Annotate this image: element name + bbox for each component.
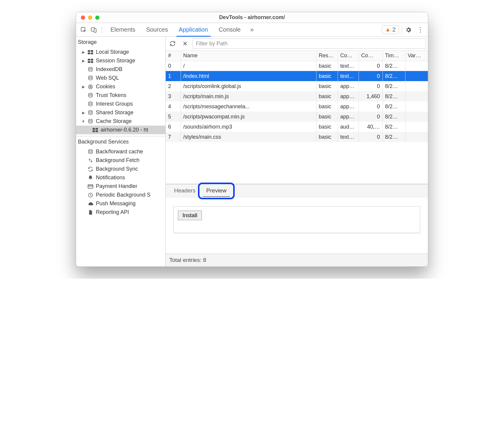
column-header[interactable]: Co… xyxy=(359,51,382,61)
sidebar-item-interest-groups[interactable]: Interest Groups xyxy=(76,100,165,108)
sidebar-item-label: Periodic Background S xyxy=(96,192,150,198)
tab-console[interactable]: Console xyxy=(213,23,246,36)
sidebar-item-airhorner-0-6-20-ht[interactable]: airhorner-0.6.20 - ht xyxy=(76,126,165,134)
minimize-window-button[interactable] xyxy=(88,16,92,20)
chevron-right-icon[interactable]: ▶ xyxy=(82,50,85,54)
svg-rect-10 xyxy=(91,61,93,63)
table-row[interactable]: 3/scripts/main.min.jsbasicapp…1,4608/2… xyxy=(166,91,428,101)
column-header[interactable]: Tim… xyxy=(382,51,405,61)
warnings-indicator[interactable]: ▲ 2 xyxy=(382,25,399,34)
table-cell xyxy=(405,91,428,101)
column-header[interactable]: Name xyxy=(181,51,316,61)
table-cell: text… xyxy=(338,71,359,81)
filter-input[interactable] xyxy=(193,38,426,49)
chevron-right-icon[interactable]: ▶ xyxy=(82,111,85,115)
table-cell: 5 xyxy=(166,112,181,122)
sidebar-item-web-sql[interactable]: Web SQL xyxy=(76,74,165,82)
sidebar-item-payment-handler[interactable]: Payment Handler xyxy=(76,182,165,191)
settings-icon[interactable] xyxy=(405,27,415,33)
sidebar-item-session-storage[interactable]: ▶Session Storage xyxy=(76,56,165,65)
sidebar-item-cookies[interactable]: ▶Cookies xyxy=(76,82,165,91)
detail-tab-headers[interactable]: Headers xyxy=(169,184,201,197)
sidebar-item-reporting-api[interactable]: Reporting API xyxy=(76,208,165,217)
window-title: DevTools - airhorner.com/ xyxy=(76,14,428,21)
svg-rect-9 xyxy=(88,61,90,63)
install-button[interactable]: Install xyxy=(178,211,202,220)
table-cell xyxy=(405,101,428,112)
table-row[interactable]: 4/scripts/messagechannela...basicapp…08/… xyxy=(166,101,428,112)
svg-rect-4 xyxy=(91,50,93,52)
column-header[interactable]: Var… xyxy=(405,51,428,61)
sidebar-item-label: Payment Handler xyxy=(96,183,137,189)
svg-rect-3 xyxy=(88,50,90,52)
sidebar-item-cache-storage[interactable]: ▼Cache Storage xyxy=(76,117,165,126)
more-options-icon[interactable]: ⋮ xyxy=(415,26,425,34)
svg-point-17 xyxy=(90,87,90,88)
db-grid-icon xyxy=(87,50,93,54)
column-header[interactable]: # xyxy=(166,51,181,61)
doc-icon xyxy=(87,210,93,215)
sidebar-item-label: Web SQL xyxy=(96,75,119,81)
total-entries-label: Total entries: 8 xyxy=(169,257,206,263)
more-tabs-icon[interactable]: » xyxy=(246,26,258,34)
db-stack-icon xyxy=(87,75,93,81)
cache-table: #NameRes…Co…Co…Tim…Var… 0/basictext…08/2… xyxy=(166,51,428,184)
table-row[interactable]: 2/scripts/comlink.global.jsbasicapp…08/2… xyxy=(166,81,428,91)
table-cell: app… xyxy=(338,81,359,91)
svg-point-16 xyxy=(91,87,91,87)
chevron-right-icon[interactable]: ▶ xyxy=(82,85,85,89)
table-cell: /index.html xyxy=(181,71,316,81)
svg-rect-7 xyxy=(88,59,90,61)
cloud-icon xyxy=(87,201,93,206)
device-toolbar-icon[interactable] xyxy=(89,25,99,35)
tab-elements[interactable]: Elements xyxy=(105,23,141,36)
sidebar-item-shared-storage[interactable]: ▶Shared Storage xyxy=(76,108,165,117)
db-stack-icon xyxy=(87,119,93,124)
sidebar-item-local-storage[interactable]: ▶Local Storage xyxy=(76,48,165,56)
close-window-button[interactable] xyxy=(81,16,85,20)
detail-tab-preview[interactable]: Preview xyxy=(201,184,232,197)
sidebar-item-background-fetch[interactable]: Background Fetch xyxy=(76,156,165,165)
tab-sources[interactable]: Sources xyxy=(141,23,173,36)
chevron-down-icon[interactable]: ▼ xyxy=(82,119,85,124)
sidebar-item-trust-tokens[interactable]: Trust Tokens xyxy=(76,91,165,100)
svg-rect-24 xyxy=(93,130,95,132)
warning-icon: ▲ xyxy=(385,27,391,33)
table-cell: 7 xyxy=(166,132,181,142)
table-cell: 8/2… xyxy=(382,81,405,91)
sidebar-item-push-messaging[interactable]: Push Messaging xyxy=(76,199,165,208)
table-row[interactable]: 1/index.htmlbasictext…08/2… xyxy=(166,71,428,81)
sidebar-item-periodic-background-s[interactable]: Periodic Background S xyxy=(76,191,165,199)
sidebar-item-label: Cache Storage xyxy=(96,118,132,124)
sidebar-item-label: Session Storage xyxy=(96,58,135,64)
refresh-icon[interactable] xyxy=(168,39,178,48)
table-cell: 8/2… xyxy=(382,101,405,112)
sidebar-item-background-sync[interactable]: Background Sync xyxy=(76,165,165,173)
table-row[interactable]: 7/styles/main.cssbasictext…08/2… xyxy=(166,132,428,142)
sidebar-item-indexeddb[interactable]: IndexedDB xyxy=(76,65,165,74)
table-row[interactable]: 5/scripts/pwacompat.min.jsbasicapp…08/2… xyxy=(166,112,428,122)
sidebar-item-label: Interest Groups xyxy=(96,101,133,107)
chevron-right-icon[interactable]: ▶ xyxy=(82,59,85,63)
tab-application[interactable]: Application xyxy=(173,23,213,36)
zoom-window-button[interactable] xyxy=(95,16,99,20)
sidebar-item-label: Local Storage xyxy=(96,49,129,55)
table-cell: app… xyxy=(338,91,359,101)
column-header[interactable]: Res… xyxy=(316,51,338,61)
db-stack-icon xyxy=(87,101,93,107)
svg-point-19 xyxy=(89,102,92,103)
inspect-element-icon[interactable] xyxy=(79,25,89,35)
table-row[interactable]: 0/basictext…08/2… xyxy=(166,61,428,71)
table-row[interactable]: 6/sounds/airhorn.mp3basicaud…40,…8/2… xyxy=(166,122,428,132)
table-cell: 1 xyxy=(166,71,181,81)
window-controls xyxy=(76,16,99,20)
clear-icon[interactable] xyxy=(180,39,190,48)
sidebar-item-notifications[interactable]: Notifications xyxy=(76,173,165,182)
table-cell: 8/2… xyxy=(382,122,405,132)
sidebar-item-label: Background Fetch xyxy=(96,157,139,163)
sidebar-item-back-forward-cache[interactable]: Back/forward cache xyxy=(76,147,165,156)
detail-tabs: HeadersPreview xyxy=(166,184,428,197)
table-cell: basic xyxy=(316,81,338,91)
column-header[interactable]: Co… xyxy=(338,51,359,61)
status-footer: Total entries: 8 xyxy=(166,254,428,266)
